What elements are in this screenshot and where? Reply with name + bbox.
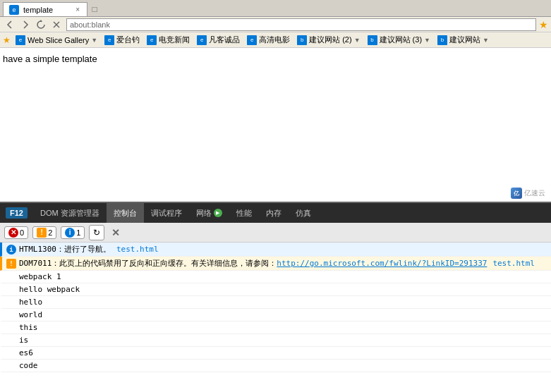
warn-count: 2 <box>48 228 52 237</box>
console-line: code <box>0 360 551 372</box>
line-content: hello <box>19 298 547 307</box>
devtools-tab-bar: F12 DOM 资源管理器 控制台 调试程序 网络 ▶ 性能 内存 仿真 <box>0 203 551 223</box>
line-content: world <box>19 310 547 319</box>
suggest-favicon: b <box>437 35 447 45</box>
tab-console[interactable]: 控制台 <box>107 203 144 223</box>
info-badge[interactable]: i 1 <box>61 226 85 239</box>
suggest2-favicon: b <box>297 35 307 45</box>
fishing-favicon: e <box>104 35 114 45</box>
forward-button[interactable] <box>18 18 32 31</box>
console-refresh-button[interactable]: ↻ <box>89 225 104 240</box>
suggest-label: 建议网站 <box>449 35 480 45</box>
line-content: es6 <box>19 348 547 357</box>
line-content: hello webpack <box>19 285 547 294</box>
page-content-area: have a simple template 亿 亿速云 <box>0 48 551 202</box>
favorites-item-web-slice[interactable]: e Web Slice Gallery ▼ <box>13 35 99 46</box>
refresh-button[interactable] <box>34 18 48 31</box>
fishing-label: 爱台钓 <box>116 35 140 45</box>
stop-button[interactable] <box>49 18 63 31</box>
console-line: this <box>0 321 551 334</box>
devtools-panel: F12 DOM 资源管理器 控制台 调试程序 网络 ▶ 性能 内存 仿真 ✕ 0… <box>0 202 551 392</box>
tab-network[interactable]: 网络 ▶ <box>189 203 229 223</box>
error-badge[interactable]: ✕ 0 <box>4 226 28 239</box>
f12-label: F12 <box>6 207 28 219</box>
fanke-favicon: e <box>197 35 207 45</box>
console-output: iHTML1300：进行了导航。test.html!DOM7011：此页上的代码… <box>0 243 551 392</box>
web-slice-favicon: e <box>16 35 25 45</box>
tab-emulation[interactable]: 仿真 <box>289 203 318 223</box>
movies-favicon: e <box>247 35 257 45</box>
favorites-item-suggest3[interactable]: b 建议网站 (3) ▼ <box>365 34 432 46</box>
warn-icon: ! <box>37 228 47 238</box>
tab-title: template <box>23 6 70 14</box>
console-line: iHTML1300：进行了导航。test.html <box>0 243 551 257</box>
movies-label: 高清电影 <box>259 35 290 45</box>
error-count: 0 <box>20 228 24 237</box>
back-button[interactable] <box>3 18 17 31</box>
console-line: is <box>0 334 551 347</box>
line-warn-icon: ! <box>6 259 16 269</box>
web-slice-label: Web Slice Gallery <box>28 36 89 44</box>
console-line: es6 <box>0 347 551 360</box>
console-line: world <box>0 309 551 321</box>
tab-favicon: e <box>9 5 19 15</box>
suggest3-dropdown-icon: ▼ <box>424 37 430 44</box>
info-icon: i <box>65 228 75 238</box>
console-line: hello webpack <box>0 283 551 296</box>
network-play-icon: ▶ <box>214 209 222 217</box>
error-icon: ✕ <box>8 228 18 238</box>
esports-favicon: e <box>147 35 157 45</box>
line-source-link[interactable]: test.html <box>492 259 535 268</box>
esports-label: 电竞新闻 <box>159 35 190 45</box>
tab-close-button[interactable]: × <box>74 6 81 13</box>
suggest-dropdown-icon: ▼ <box>483 37 489 44</box>
web-slice-dropdown-icon: ▼ <box>91 37 97 44</box>
console-line: webpack 1 <box>0 271 551 283</box>
suggest2-label: 建议网站 (2) <box>309 35 352 45</box>
line-source-link[interactable]: test.html <box>116 245 159 254</box>
line-content: webpack 1 <box>19 272 547 281</box>
favorites-item-fishing[interactable]: e 爱台钓 <box>102 34 142 46</box>
line-content: DOM7011：此页上的代码禁用了反向和正向缓存。有关详细信息，请参阅：http… <box>19 258 547 269</box>
console-clear-button[interactable]: ✕ <box>109 227 123 238</box>
line-info-icon: i <box>6 245 16 255</box>
fanke-label: 凡客诚品 <box>209 35 240 45</box>
suggest3-favicon: b <box>368 35 377 45</box>
network-tab-label: 网络 <box>196 208 212 219</box>
tab-debugger[interactable]: 调试程序 <box>144 203 189 223</box>
tab-bar: e template × □ <box>0 0 551 17</box>
console-line: hello <box>0 296 551 309</box>
warn-badge[interactable]: ! 2 <box>32 226 56 239</box>
new-tab-button[interactable]: □ <box>87 2 102 16</box>
watermark-logo: 亿 <box>511 188 522 199</box>
favorites-item-fanke[interactable]: e 凡客诚品 <box>195 34 242 46</box>
favorites-item-suggest[interactable]: b 建议网站 ▼ <box>435 34 491 46</box>
warn-link[interactable]: http://go.microsoft.com/fwlink/?LinkID=2… <box>277 259 487 268</box>
watermark-text: 亿速云 <box>524 188 545 198</box>
favorites-star-button[interactable]: ★ <box>539 19 548 30</box>
favorites-icon[interactable]: ★ <box>3 35 11 45</box>
watermark: 亿 亿速云 <box>511 188 545 199</box>
browser-tab[interactable]: e template × <box>3 2 87 16</box>
page-main-text: have a simple template <box>3 54 97 64</box>
favorites-item-suggest2[interactable]: b 建议网站 (2) ▼ <box>295 34 362 46</box>
favorites-item-movies[interactable]: e 高清电影 <box>245 34 292 46</box>
tab-memory[interactable]: 内存 <box>259 203 289 223</box>
favorites-item-esports[interactable]: e 电竞新闻 <box>145 34 192 46</box>
line-content: HTML1300：进行了导航。test.html <box>19 244 547 255</box>
tab-dom-explorer[interactable]: DOM 资源管理器 <box>33 203 107 223</box>
address-bar[interactable]: about:blank <box>66 18 536 31</box>
browser-toolbar: about:blank ★ <box>0 17 551 32</box>
line-content: this <box>19 323 547 332</box>
line-content: code <box>19 361 547 370</box>
favorites-bar: ★ e Web Slice Gallery ▼ e 爱台钓 e 电竞新闻 e 凡… <box>0 32 551 48</box>
info-count: 1 <box>76 228 80 237</box>
console-line: !DOM7011：此页上的代码禁用了反向和正向缓存。有关详细信息，请参阅：htt… <box>0 257 551 271</box>
line-content: is <box>19 336 547 345</box>
suggest2-dropdown-icon: ▼ <box>354 37 361 44</box>
devtools-status-bar: ✕ 0 ! 2 i 1 ↻ ✕ <box>0 223 551 243</box>
tab-performance[interactable]: 性能 <box>229 203 259 223</box>
suggest3-label: 建议网站 (3) <box>380 35 423 45</box>
